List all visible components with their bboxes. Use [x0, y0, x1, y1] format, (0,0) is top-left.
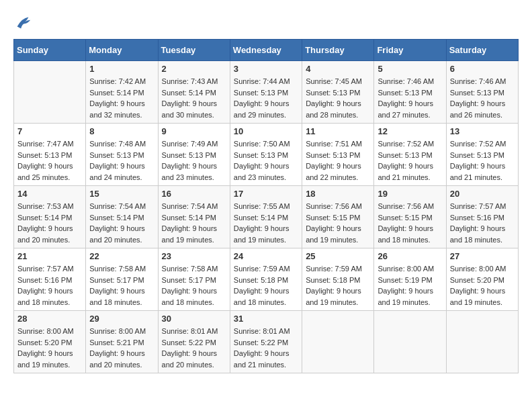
calendar-cell: 16Sunrise: 7:54 AMSunset: 5:14 PMDayligh… — [158, 186, 230, 248]
header-day-sunday: Sunday — [14, 40, 86, 61]
calendar-cell: 29Sunrise: 8:00 AMSunset: 5:21 PMDayligh… — [86, 311, 158, 373]
calendar-cell: 18Sunrise: 7:56 AMSunset: 5:15 PMDayligh… — [302, 186, 374, 248]
day-number: 12 — [378, 126, 442, 136]
header-day-tuesday: Tuesday — [158, 40, 230, 61]
calendar-cell — [446, 311, 518, 373]
logo — [13, 13, 35, 32]
calendar-cell: 8Sunrise: 7:48 AMSunset: 5:13 PMDaylight… — [86, 124, 158, 186]
day-info: Sunrise: 7:46 AMSunset: 5:13 PMDaylight:… — [378, 76, 442, 120]
day-info: Sunrise: 8:01 AMSunset: 5:22 PMDaylight:… — [234, 326, 298, 370]
day-number: 27 — [450, 251, 515, 261]
calendar-cell: 3Sunrise: 7:44 AMSunset: 5:13 PMDaylight… — [230, 61, 302, 124]
day-info: Sunrise: 7:52 AMSunset: 5:13 PMDaylight:… — [378, 138, 442, 183]
day-info: Sunrise: 7:44 AMSunset: 5:13 PMDaylight:… — [234, 76, 298, 120]
calendar-cell — [374, 311, 446, 373]
day-number: 6 — [450, 64, 515, 74]
day-info: Sunrise: 7:56 AMSunset: 5:15 PMDaylight:… — [378, 201, 442, 245]
day-info: Sunrise: 7:58 AMSunset: 5:17 PMDaylight:… — [89, 263, 154, 308]
day-number: 19 — [378, 189, 442, 199]
day-number: 4 — [306, 64, 370, 74]
calendar-cell: 1Sunrise: 7:42 AMSunset: 5:14 PMDaylight… — [86, 61, 158, 124]
header-day-friday: Friday — [374, 40, 446, 61]
calendar-cell: 30Sunrise: 8:01 AMSunset: 5:22 PMDayligh… — [158, 311, 230, 373]
day-info: Sunrise: 8:00 AMSunset: 5:21 PMDaylight:… — [89, 326, 154, 370]
day-info: Sunrise: 7:55 AMSunset: 5:14 PMDaylight:… — [234, 201, 298, 245]
calendar-cell: 7Sunrise: 7:47 AMSunset: 5:13 PMDaylight… — [14, 124, 86, 186]
day-number: 18 — [306, 189, 370, 199]
day-info: Sunrise: 7:46 AMSunset: 5:13 PMDaylight:… — [450, 76, 515, 120]
day-number: 7 — [17, 126, 82, 136]
day-number: 25 — [306, 251, 370, 261]
day-number: 29 — [89, 314, 154, 324]
day-number: 3 — [234, 64, 298, 74]
day-number: 20 — [450, 189, 515, 199]
header-day-thursday: Thursday — [302, 40, 374, 61]
day-info: Sunrise: 7:57 AMSunset: 5:16 PMDaylight:… — [17, 263, 82, 308]
calendar-cell: 19Sunrise: 7:56 AMSunset: 5:15 PMDayligh… — [374, 186, 446, 248]
logo-icon — [13, 13, 32, 32]
calendar-cell: 28Sunrise: 8:00 AMSunset: 5:20 PMDayligh… — [14, 311, 86, 373]
day-info: Sunrise: 7:54 AMSunset: 5:14 PMDaylight:… — [162, 201, 226, 245]
calendar-cell: 25Sunrise: 7:59 AMSunset: 5:18 PMDayligh… — [302, 248, 374, 311]
day-number: 24 — [234, 251, 298, 261]
header — [13, 13, 519, 32]
calendar-table: SundayMondayTuesdayWednesdayThursdayFrid… — [13, 39, 519, 373]
calendar-cell: 21Sunrise: 7:57 AMSunset: 5:16 PMDayligh… — [14, 248, 86, 311]
calendar-cell: 22Sunrise: 7:58 AMSunset: 5:17 PMDayligh… — [86, 248, 158, 311]
day-number: 26 — [378, 251, 442, 261]
header-day-monday: Monday — [86, 40, 158, 61]
day-number: 16 — [162, 189, 226, 199]
calendar-cell: 2Sunrise: 7:43 AMSunset: 5:14 PMDaylight… — [158, 61, 230, 124]
calendar-cell: 5Sunrise: 7:46 AMSunset: 5:13 PMDaylight… — [374, 61, 446, 124]
week-row-1: 7Sunrise: 7:47 AMSunset: 5:13 PMDaylight… — [14, 124, 519, 186]
day-number: 13 — [450, 126, 515, 136]
calendar-cell: 9Sunrise: 7:49 AMSunset: 5:13 PMDaylight… — [158, 124, 230, 186]
week-row-3: 21Sunrise: 7:57 AMSunset: 5:16 PMDayligh… — [14, 248, 519, 311]
calendar-cell: 14Sunrise: 7:53 AMSunset: 5:14 PMDayligh… — [14, 186, 86, 248]
day-info: Sunrise: 7:59 AMSunset: 5:18 PMDaylight:… — [234, 263, 298, 308]
calendar-cell: 20Sunrise: 7:57 AMSunset: 5:16 PMDayligh… — [446, 186, 518, 248]
day-number: 21 — [17, 251, 82, 261]
calendar-cell: 6Sunrise: 7:46 AMSunset: 5:13 PMDaylight… — [446, 61, 518, 124]
day-number: 28 — [17, 314, 82, 324]
calendar-cell: 24Sunrise: 7:59 AMSunset: 5:18 PMDayligh… — [230, 248, 302, 311]
calendar-cell: 15Sunrise: 7:54 AMSunset: 5:14 PMDayligh… — [86, 186, 158, 248]
calendar-cell: 11Sunrise: 7:51 AMSunset: 5:13 PMDayligh… — [302, 124, 374, 186]
calendar-cell: 27Sunrise: 8:00 AMSunset: 5:20 PMDayligh… — [446, 248, 518, 311]
day-info: Sunrise: 8:01 AMSunset: 5:22 PMDaylight:… — [162, 326, 226, 370]
day-number: 2 — [162, 64, 226, 74]
calendar-header: SundayMondayTuesdayWednesdayThursdayFrid… — [14, 40, 519, 61]
calendar-cell: 13Sunrise: 7:52 AMSunset: 5:13 PMDayligh… — [446, 124, 518, 186]
day-info: Sunrise: 8:00 AMSunset: 5:20 PMDaylight:… — [17, 326, 82, 370]
week-row-4: 28Sunrise: 8:00 AMSunset: 5:20 PMDayligh… — [14, 311, 519, 373]
day-number: 22 — [89, 251, 154, 261]
day-info: Sunrise: 7:53 AMSunset: 5:14 PMDaylight:… — [17, 201, 82, 245]
calendar-cell: 23Sunrise: 7:58 AMSunset: 5:17 PMDayligh… — [158, 248, 230, 311]
header-day-saturday: Saturday — [446, 40, 518, 61]
day-number: 15 — [89, 189, 154, 199]
header-row: SundayMondayTuesdayWednesdayThursdayFrid… — [14, 40, 519, 61]
day-info: Sunrise: 7:45 AMSunset: 5:13 PMDaylight:… — [306, 76, 370, 120]
calendar-cell: 31Sunrise: 8:01 AMSunset: 5:22 PMDayligh… — [230, 311, 302, 373]
day-info: Sunrise: 7:52 AMSunset: 5:13 PMDaylight:… — [450, 138, 515, 183]
day-number: 1 — [89, 64, 154, 74]
day-number: 31 — [234, 314, 298, 324]
header-day-wednesday: Wednesday — [230, 40, 302, 61]
calendar-cell: 4Sunrise: 7:45 AMSunset: 5:13 PMDaylight… — [302, 61, 374, 124]
day-info: Sunrise: 7:47 AMSunset: 5:13 PMDaylight:… — [17, 138, 82, 183]
calendar-body: 1Sunrise: 7:42 AMSunset: 5:14 PMDaylight… — [14, 61, 519, 373]
day-number: 14 — [17, 189, 82, 199]
day-number: 30 — [162, 314, 226, 324]
day-info: Sunrise: 7:57 AMSunset: 5:16 PMDaylight:… — [450, 201, 515, 245]
day-info: Sunrise: 7:58 AMSunset: 5:17 PMDaylight:… — [162, 263, 226, 308]
calendar-cell: 12Sunrise: 7:52 AMSunset: 5:13 PMDayligh… — [374, 124, 446, 186]
day-info: Sunrise: 7:50 AMSunset: 5:13 PMDaylight:… — [234, 138, 298, 183]
day-info: Sunrise: 7:56 AMSunset: 5:15 PMDaylight:… — [306, 201, 370, 245]
week-row-2: 14Sunrise: 7:53 AMSunset: 5:14 PMDayligh… — [14, 186, 519, 248]
day-info: Sunrise: 7:49 AMSunset: 5:13 PMDaylight:… — [162, 138, 226, 183]
day-number: 11 — [306, 126, 370, 136]
day-number: 8 — [89, 126, 154, 136]
day-number: 5 — [378, 64, 442, 74]
day-info: Sunrise: 7:54 AMSunset: 5:14 PMDaylight:… — [89, 201, 154, 245]
day-info: Sunrise: 7:43 AMSunset: 5:14 PMDaylight:… — [162, 76, 226, 120]
